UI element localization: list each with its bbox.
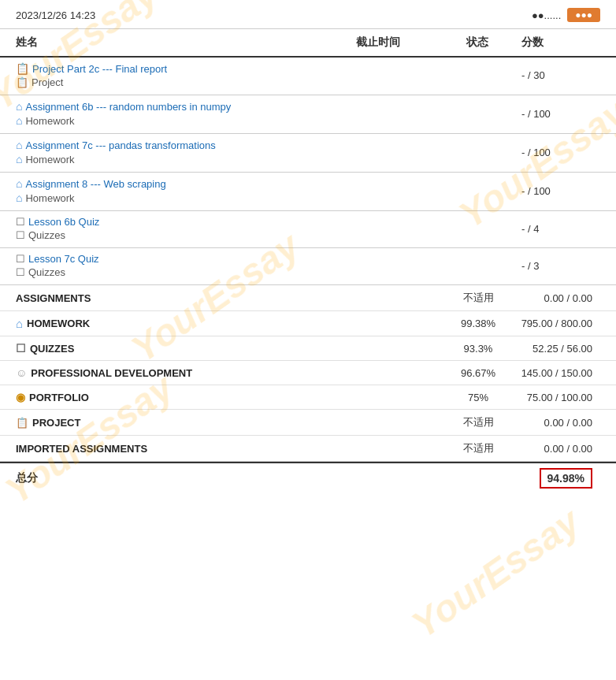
summary-status-quizzes: 93.3% <box>451 343 506 355</box>
page-icon-quizzes: ☐ <box>16 342 26 355</box>
header-date: 2023/12/26 14:23 <box>16 9 95 21</box>
header: 2023/12/26 14:23 ●●...... ●●● <box>0 0 616 29</box>
assignment-row-7c: ⌂ Assignment 7c --- pandas transformatio… <box>16 139 600 165</box>
summary-status-homework: 99.38% <box>451 318 506 329</box>
page-container: 2023/12/26 14:23 ●●...... ●●● 姓名 截止时间 状态… <box>0 0 616 493</box>
smiley-icon-professional-dev: ☺ <box>16 366 27 379</box>
assignment-name-lesson-6b: ☐ Lesson 6b Quiz ☐ Quizzes <box>16 216 356 241</box>
assignment-link-project-2c[interactable]: 📋 Project Part 2c --- Final report <box>16 62 356 75</box>
summary-score-project: 0.00 / 0.00 <box>506 417 600 429</box>
summary-label-assignments: ASSIGNMENTS <box>16 292 340 304</box>
summary-label-quizzes: ☐ QUIZZES <box>16 342 340 355</box>
assignment-row-lesson-7c: ☐ Lesson 7c Quiz ☐ Quizzes - / 3 <box>16 253 600 278</box>
project-type-icon: 📋 <box>16 76 28 88</box>
summary-row-imported: IMPORTED ASSIGNMENTS 不适用 0.00 / 0.00 <box>0 436 616 461</box>
assignment-type-lesson-6b: ☐ Quizzes <box>16 229 356 241</box>
summary-row-professional-dev: ☺ PROFESSIONAL DEVELOPMENT 96.67% 145.00… <box>0 361 616 385</box>
assignment-link-lesson-6b[interactable]: ☐ Lesson 6b Quiz <box>16 216 356 228</box>
assignment-score-8: - / 100 <box>521 185 600 197</box>
assignment-row-6b: ⌂ Assignment 6b --- random numbers in nu… <box>16 100 600 127</box>
assignment-link-8[interactable]: ⌂ Assignment 8 --- Web scraping <box>16 177 356 190</box>
summary-status-portfolio: 75% <box>451 392 506 403</box>
summary-status-professional-dev: 96.67% <box>451 367 506 379</box>
page-type-icon-lesson-7c: ☐ <box>16 266 25 278</box>
assignment-group-project-2c: 📋 Project Part 2c --- Final report 📋 Pro… <box>0 58 616 95</box>
summary-label-portfolio: ◉ PORTFOLIO <box>16 391 340 403</box>
summary-row-portfolio: ◉ PORTFOLIO 75% 75.00 / 100.00 <box>0 385 616 410</box>
house-type-icon-7c: ⌂ <box>16 153 22 165</box>
total-label: 总分 <box>16 471 340 485</box>
summary-status-imported: 不适用 <box>451 441 506 455</box>
summary-score-quizzes: 52.25 / 56.00 <box>506 343 600 355</box>
summary-status-assignments: 不适用 <box>451 291 506 305</box>
house-icon-8: ⌂ <box>16 177 22 190</box>
assignment-link-lesson-7c[interactable]: ☐ Lesson 7c Quiz <box>16 253 356 265</box>
summary-score-portfolio: 75.00 / 100.00 <box>506 392 600 403</box>
assignment-group-7c: ⌂ Assignment 7c --- pandas transformatio… <box>0 134 616 173</box>
page-type-icon-lesson-6b: ☐ <box>16 229 25 241</box>
assignment-group-6b: ⌂ Assignment 6b --- random numbers in nu… <box>0 95 616 134</box>
assignment-type-7c: ⌂ Homework <box>16 153 356 165</box>
assignment-link-6b[interactable]: ⌂ Assignment 6b --- random numbers in nu… <box>16 100 356 113</box>
assignment-score-lesson-6b: - / 4 <box>521 223 600 235</box>
assignment-type-8: ⌂ Homework <box>16 191 356 204</box>
summary-row-homework: ⌂ HOMEWORK 99.38% 795.00 / 800.00 <box>0 311 616 336</box>
house-type-icon-6b: ⌂ <box>16 114 22 127</box>
house-icon-6b: ⌂ <box>16 100 22 113</box>
header-badge: ●●● <box>567 8 600 22</box>
col-deadline: 截止时间 <box>356 35 466 50</box>
col-score: 分数 <box>521 35 600 50</box>
summary-score-professional-dev: 145.00 / 150.00 <box>506 367 600 379</box>
assignment-name-8: ⌂ Assignment 8 --- Web scraping ⌂ Homewo… <box>16 177 356 204</box>
assignment-row-lesson-6b: ☐ Lesson 6b Quiz ☐ Quizzes - / 4 <box>16 216 600 241</box>
column-headers: 姓名 截止时间 状态 分数 <box>0 29 616 58</box>
assignment-type-lesson-7c: ☐ Quizzes <box>16 266 356 278</box>
house-icon-7c: ⌂ <box>16 139 22 151</box>
assignment-name-project-2c: 📋 Project Part 2c --- Final report 📋 Pro… <box>16 62 356 88</box>
assignment-type-6b: ⌂ Homework <box>16 114 356 127</box>
total-row: 总分 94.98% <box>0 462 616 493</box>
assignment-name-lesson-7c: ☐ Lesson 7c Quiz ☐ Quizzes <box>16 253 356 278</box>
assignment-row-8: ⌂ Assignment 8 --- Web scraping ⌂ Homewo… <box>16 177 600 204</box>
summary-section: ASSIGNMENTS 不适用 0.00 / 0.00 ⌂ HOMEWORK 9… <box>0 285 616 462</box>
total-score-wrapper: 94.98% <box>506 472 600 485</box>
project-summary-icon: 📋 <box>16 417 28 429</box>
col-name: 姓名 <box>16 35 356 50</box>
summary-label-project: 📋 PROJECT <box>16 417 340 429</box>
summary-status-project: 不适用 <box>451 415 506 429</box>
assignment-group-lesson-6b: ☐ Lesson 6b Quiz ☐ Quizzes - / 4 <box>0 211 616 248</box>
assignment-group-lesson-7c: ☐ Lesson 7c Quiz ☐ Quizzes - / 3 <box>0 248 616 285</box>
page-icon-lesson-6b: ☐ <box>16 216 25 228</box>
watermark-5: YourEssay <box>403 500 587 646</box>
summary-row-assignments: ASSIGNMENTS 不适用 0.00 / 0.00 <box>0 285 616 311</box>
summary-row-quizzes: ☐ QUIZZES 93.3% 52.25 / 56.00 <box>0 336 616 361</box>
header-right: ●●...... ●●● <box>532 8 600 22</box>
assignment-score-project-2c: - / 30 <box>521 69 600 81</box>
summary-score-homework: 795.00 / 800.00 <box>506 318 600 329</box>
total-score: 94.98% <box>540 468 592 489</box>
summary-score-assignments: 0.00 / 0.00 <box>506 292 600 304</box>
assignment-name-7c: ⌂ Assignment 7c --- pandas transformatio… <box>16 139 356 165</box>
assignment-name-6b: ⌂ Assignment 6b --- random numbers in nu… <box>16 100 356 127</box>
assignment-link-7c[interactable]: ⌂ Assignment 7c --- pandas transformatio… <box>16 139 356 151</box>
assignment-type-project-2c: 📋 Project <box>16 76 356 88</box>
assignment-row-project-2c: 📋 Project Part 2c --- Final report 📋 Pro… <box>16 62 600 88</box>
summary-label-imported: IMPORTED ASSIGNMENTS <box>16 443 340 455</box>
project-icon: 📋 <box>16 62 29 75</box>
summary-score-imported: 0.00 / 0.00 <box>506 443 600 455</box>
page-icon-lesson-7c: ☐ <box>16 253 25 265</box>
house-type-icon-8: ⌂ <box>16 191 22 204</box>
portfolio-icon: ◉ <box>16 391 25 403</box>
house-icon-homework: ⌂ <box>16 317 23 330</box>
assignment-score-lesson-7c: - / 3 <box>521 260 600 272</box>
header-dots: ●●...... <box>532 9 561 21</box>
col-status: 状态 <box>466 35 521 50</box>
summary-row-project: 📋 PROJECT 不适用 0.00 / 0.00 <box>0 410 616 436</box>
assignment-score-6b: - / 100 <box>521 108 600 120</box>
summary-label-professional-dev: ☺ PROFESSIONAL DEVELOPMENT <box>16 366 340 379</box>
summary-label-homework: ⌂ HOMEWORK <box>16 317 340 330</box>
assignment-group-8: ⌂ Assignment 8 --- Web scraping ⌂ Homewo… <box>0 173 616 211</box>
assignment-score-7c: - / 100 <box>521 147 600 158</box>
